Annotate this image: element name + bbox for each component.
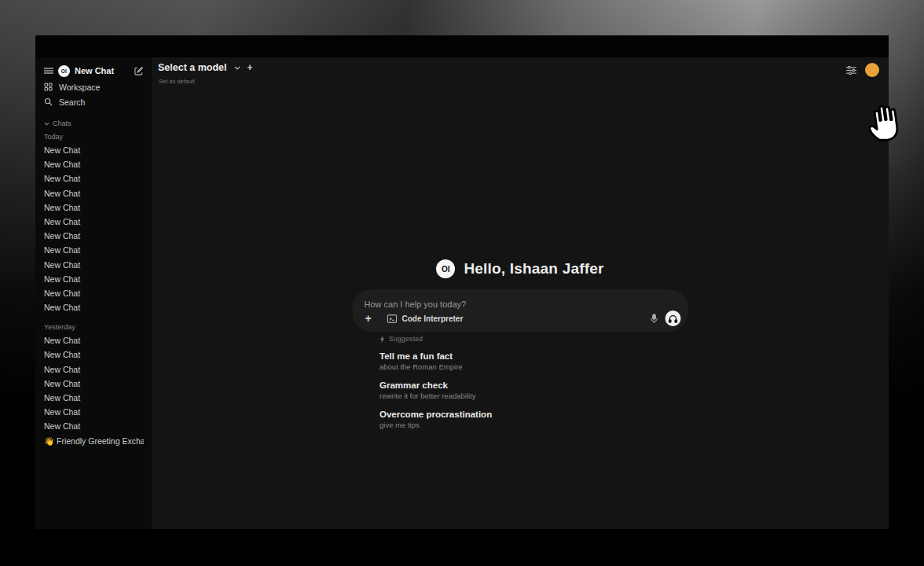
sidebar-chat-item[interactable]: New Chat: [44, 171, 144, 186]
suggestion-title: Overcome procrastination: [380, 409, 492, 420]
sidebar-chat-item[interactable]: New Chat: [44, 333, 144, 347]
sidebar-chat-item[interactable]: New Chat: [44, 229, 144, 243]
chats-section-label: Chats: [53, 119, 72, 127]
sidebar-chat-item[interactable]: New Chat: [44, 200, 144, 215]
screen: OI New Chat Workspace Searc: [0, 0, 924, 566]
user-avatar[interactable]: [865, 63, 879, 77]
sidebar-toggle-icon[interactable]: [44, 67, 53, 75]
code-interpreter-label: Code Interpreter: [402, 314, 464, 323]
search-icon: [44, 97, 53, 106]
sidebar-chat-item[interactable]: New Chat: [44, 419, 144, 433]
sidebar-chat-item[interactable]: New Chat: [44, 300, 144, 314]
suggestion-subtitle: give me tips: [380, 420, 492, 430]
controls-sliders-icon[interactable]: [846, 66, 856, 75]
sidebar-chat-item[interactable]: New Chat: [44, 347, 144, 362]
sidebar-chat-item[interactable]: New Chat: [44, 286, 144, 300]
suggested-label: Suggested: [389, 335, 423, 343]
suggestion-subtitle: rewrite it for better readability: [380, 391, 492, 401]
add-model-button[interactable]: +: [248, 62, 253, 73]
bolt-icon: [380, 336, 385, 343]
suggested-prompts: Suggested Tell me a fun factabout the Ro…: [380, 335, 492, 430]
chat-group-label: Today: [44, 130, 144, 143]
sidebar-chat-item[interactable]: New Chat: [44, 272, 144, 286]
chat-group-label: Yesterday: [44, 321, 144, 333]
code-interpreter-icon: [387, 314, 398, 323]
sidebar-item-workspace[interactable]: Workspace: [44, 79, 144, 94]
sidebar-chat-item[interactable]: New Chat: [44, 362, 144, 377]
set-default-link[interactable]: Set as default: [159, 78, 195, 85]
headphones-icon: [669, 314, 678, 323]
voice-call-button[interactable]: [666, 311, 681, 326]
model-chevron-icon[interactable]: [234, 66, 240, 70]
sidebar-chat-item[interactable]: 👋 Friendly Greeting Exchange: [44, 434, 144, 448]
chevron-down-icon: [44, 122, 50, 126]
sidebar-chat-item[interactable]: New Chat: [44, 391, 144, 405]
suggested-prompt[interactable]: Overcome procrastinationgive me tips: [380, 409, 492, 430]
main-panel: Select a model + Set as default OI Hello…: [152, 57, 889, 529]
chat-groups: TodayNew ChatNew ChatNew ChatNew ChatNew…: [44, 130, 144, 448]
sidebar-chat-item[interactable]: New Chat: [44, 258, 144, 272]
suggestion-title: Tell me a fun fact: [380, 351, 492, 362]
microphone-icon[interactable]: [651, 314, 658, 324]
sidebar-item-search[interactable]: Search: [44, 94, 144, 109]
workspace-grid-icon: [44, 83, 53, 91]
suggested-prompt[interactable]: Grammar checkrewrite it for better reada…: [380, 380, 492, 401]
sidebar-chat-item[interactable]: New Chat: [44, 405, 144, 419]
code-interpreter-toggle[interactable]: Code Interpreter: [387, 314, 464, 323]
sidebar-chat-item[interactable]: New Chat: [44, 143, 144, 157]
sidebar-chat-item[interactable]: New Chat: [44, 377, 144, 391]
attach-plus-button[interactable]: +: [363, 313, 374, 324]
window-top-bar: [35, 35, 889, 57]
suggested-prompt[interactable]: Tell me a fun factabout the Roman Empire: [380, 351, 492, 372]
workspace-label: Workspace: [59, 83, 100, 92]
brand-logo-large: OI: [436, 259, 455, 278]
sidebar-title: New Chat: [75, 66, 129, 75]
model-selector[interactable]: Select a model: [158, 62, 227, 73]
sidebar-chat-item[interactable]: New Chat: [44, 243, 144, 257]
brand-logo: OI: [58, 65, 70, 77]
greeting-text: Hello, Ishaan Jaffer: [464, 260, 603, 277]
chats-section-toggle[interactable]: Chats: [44, 118, 144, 129]
sidebar-chat-item[interactable]: New Chat: [44, 186, 144, 200]
sidebar-chat-item[interactable]: New Chat: [44, 215, 144, 229]
message-input[interactable]: [365, 300, 678, 309]
suggestion-subtitle: about the Roman Empire: [380, 362, 492, 372]
new-chat-icon[interactable]: [134, 66, 144, 76]
suggestion-title: Grammar check: [380, 380, 492, 391]
search-label: Search: [59, 97, 85, 107]
message-composer[interactable]: + Code Interpreter: [353, 289, 688, 332]
sidebar-chat-item[interactable]: New Chat: [44, 157, 144, 171]
sidebar: OI New Chat Workspace Searc: [35, 57, 152, 529]
open-webui-window: OI New Chat Workspace Searc: [35, 35, 889, 529]
hand-cursor: [860, 97, 911, 148]
